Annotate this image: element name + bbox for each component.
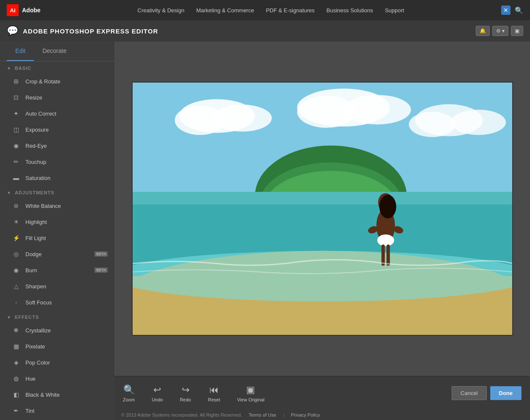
sharpen-icon: △	[12, 282, 20, 290]
dodge-icon: ◎	[12, 250, 20, 258]
soft-focus-label: Soft Focus	[25, 299, 52, 306]
nav-links: Creativity & Design Marketing & Commerce…	[53, 7, 488, 14]
toolbar-tools: 🔍 Zoom ↩ Undo ↪ Redo ⏮ Reset ▣ View O	[123, 384, 452, 402]
white-balance-icon: ⊜	[12, 202, 20, 210]
nav-creativity[interactable]: Creativity & Design	[138, 7, 185, 14]
close-button[interactable]: ✕	[501, 6, 511, 15]
svg-point-8	[409, 112, 455, 137]
white-balance-label: White Balance	[25, 203, 61, 209]
tint-icon: ✒	[12, 406, 20, 415]
app-title-text: ADOBE PHOTOSHOP EXPRESS EDITOR	[23, 28, 158, 35]
adobe-icon: Ai	[7, 4, 19, 16]
footer-separator: |	[283, 412, 284, 417]
arrow-basic: ▼	[7, 66, 11, 71]
crop-rotate-label: Crop & Rotate	[25, 78, 60, 85]
section-effects[interactable]: ▼ EFFECTS	[0, 310, 114, 322]
dodge-beta-badge: BETA	[94, 251, 108, 257]
nav-right: ✕ 🔍	[501, 6, 523, 15]
top-nav-bar: Ai Adobe Creativity & Design Marketing &…	[0, 0, 530, 20]
section-basic-label: BASIC	[15, 66, 31, 71]
crystallize-label: Crystallize	[25, 327, 51, 334]
svg-point-6	[343, 95, 411, 124]
svg-point-23	[377, 235, 394, 246]
saturation-icon: ▬	[12, 174, 20, 182]
redo-label: Redo	[180, 397, 191, 402]
menu-white-balance[interactable]: ⊜ White Balance	[0, 198, 114, 214]
menu-soft-focus[interactable]: ◦ Soft Focus	[0, 294, 114, 310]
menu-saturation[interactable]: ▬ Saturation	[0, 170, 114, 186]
section-adjustments-label: ADJUSTMENTS	[15, 190, 55, 195]
menu-auto-correct[interactable]: ✦ Auto Correct	[0, 105, 114, 122]
settings-button[interactable]: ⚙ ▾	[492, 26, 508, 36]
menu-black-white[interactable]: ◧ Black & White	[0, 387, 114, 403]
soft-focus-icon: ◦	[12, 298, 20, 307]
done-button[interactable]: Done	[490, 386, 522, 400]
fill-light-label: Fill Light	[25, 235, 46, 241]
touchup-icon: ✏	[12, 158, 20, 166]
menu-hue[interactable]: ◍ Hue	[0, 370, 114, 387]
nav-marketing[interactable]: Marketing & Commerce	[196, 7, 254, 14]
app-logo-icon: 💬	[7, 25, 19, 36]
reset-button[interactable]: ⏮ Reset	[208, 384, 220, 402]
zoom-button[interactable]: 🔍 Zoom	[123, 384, 135, 402]
menu-fill-light[interactable]: ⚡ Fill Light	[0, 230, 114, 246]
menu-tint[interactable]: ✒ Tint	[0, 403, 114, 419]
zoom-label: Zoom	[123, 397, 135, 402]
menu-crystallize[interactable]: ❋ Crystallize	[0, 322, 114, 338]
terms-link[interactable]: Terms of Use	[249, 412, 276, 417]
redo-icon: ↪	[182, 384, 189, 395]
section-effects-label: EFFECTS	[15, 315, 39, 320]
hue-label: Hue	[25, 376, 36, 382]
menu-highlight[interactable]: ☀ Highlight	[0, 214, 114, 230]
svg-point-17	[133, 251, 512, 301]
red-eye-icon: ◉	[12, 141, 20, 150]
fill-light-icon: ⚡	[12, 234, 20, 242]
menu-touchup[interactable]: ✏ Touchup	[0, 154, 114, 170]
burn-icon: ◉	[12, 266, 20, 274]
main-layout: Edit Decorate ▼ BASIC ⊞ Crop & Rotate ⊡ …	[0, 41, 530, 420]
nav-pdf[interactable]: PDF & E-signatures	[266, 7, 315, 14]
auto-correct-label: Auto Correct	[25, 111, 56, 117]
menu-burn[interactable]: ◉ Burn BETA	[0, 262, 114, 278]
cancel-button[interactable]: Cancel	[452, 386, 486, 400]
pixelate-icon: ▦	[12, 342, 20, 351]
svg-rect-25	[386, 245, 390, 266]
pop-color-icon: ◈	[12, 358, 20, 367]
sharpen-label: Sharpen	[25, 283, 46, 290]
nav-support[interactable]: Support	[385, 7, 404, 14]
menu-dodge[interactable]: ◎ Dodge BETA	[0, 246, 114, 262]
adobe-label: Adobe	[22, 7, 41, 14]
privacy-link[interactable]: Privacy Policy	[291, 412, 320, 417]
view-original-label: View Original	[237, 397, 264, 402]
menu-pop-color[interactable]: ◈ Pop Color	[0, 354, 114, 370]
menu-red-eye[interactable]: ◉ Red-Eye	[0, 138, 114, 154]
adobe-logo[interactable]: Ai Adobe	[7, 4, 41, 16]
undo-button[interactable]: ↩ Undo	[152, 384, 163, 402]
edit-decorate-tabs: Edit Decorate	[0, 41, 114, 61]
svg-point-20	[379, 195, 396, 218]
section-basic[interactable]: ▼ BASIC	[0, 61, 114, 73]
menu-crop-rotate[interactable]: ⊞ Crop & Rotate	[0, 73, 114, 89]
svg-point-9	[451, 110, 505, 135]
redo-button[interactable]: ↪ Redo	[180, 384, 191, 402]
app-title-bar: 💬 ADOBE PHOTOSHOP EXPRESS EDITOR	[7, 25, 158, 36]
menu-pixelate[interactable]: ▦ Pixelate	[0, 338, 114, 354]
notification-button[interactable]: 🔔	[476, 26, 490, 36]
view-original-icon: ▣	[246, 384, 255, 395]
menu-exposure[interactable]: ◫ Exposure	[0, 122, 114, 138]
arrow-adjustments: ▼	[7, 191, 11, 195]
nav-business[interactable]: Business Solutions	[327, 7, 373, 14]
tab-decorate[interactable]: Decorate	[34, 41, 75, 61]
tab-edit[interactable]: Edit	[7, 41, 34, 61]
view-original-button[interactable]: ▣ View Original	[237, 384, 264, 402]
section-adjustments[interactable]: ▼ ADJUSTMENTS	[0, 186, 114, 198]
view-button[interactable]: ▣	[511, 26, 523, 36]
menu-sharpen[interactable]: △ Sharpen	[0, 278, 114, 294]
reset-label: Reset	[208, 397, 220, 402]
highlight-label: Highlight	[25, 219, 47, 225]
search-icon[interactable]: 🔍	[515, 6, 523, 14]
svg-rect-14	[133, 192, 512, 204]
burn-label: Burn	[25, 267, 37, 274]
bottom-toolbar: 🔍 Zoom ↩ Undo ↪ Redo ⏮ Reset ▣ View O	[114, 376, 530, 410]
menu-resize[interactable]: ⊡ Resize	[0, 89, 114, 105]
